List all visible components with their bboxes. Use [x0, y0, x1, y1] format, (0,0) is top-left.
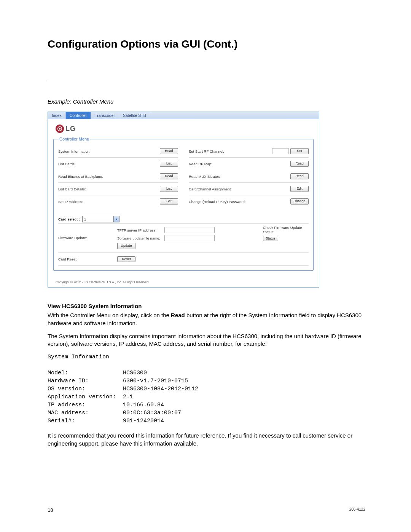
- fieldset-legend: Controller Menu: [58, 137, 90, 141]
- read-mux-bitrates-button[interactable]: Read: [290, 173, 309, 179]
- card-channel-assignment-label: Card/Channel Assignment:: [189, 187, 290, 191]
- firmware-update-button[interactable]: Update: [117, 243, 135, 249]
- set-start-rf-channel-label: Set Start RF Channel:: [189, 149, 272, 153]
- list-card-details-button[interactable]: List: [160, 186, 178, 192]
- read-rf-map-button[interactable]: Read: [290, 161, 309, 167]
- card-select-value: 1: [84, 217, 86, 221]
- tab-index[interactable]: Index: [48, 112, 66, 119]
- system-information-label: System Information:: [58, 149, 160, 153]
- read-bitrates-backplane-label: Read Bitrates at Backplane:: [58, 174, 160, 179]
- left-column: System Information: Read List Cards: Lis…: [58, 145, 178, 208]
- set-start-rf-channel-input[interactable]: [272, 148, 289, 154]
- paragraph-1: With the Controller Menu on display, cli…: [48, 312, 365, 327]
- example-label: Example: Controller Menu: [48, 98, 365, 105]
- document-number: 206-4122: [349, 507, 365, 513]
- check-firmware-status-label-1: Check Firmware Update: [263, 225, 309, 230]
- change-password-label: Change (Reload Pi Key) Password:: [189, 200, 290, 204]
- tftp-server-ip-label: TFTP server IP address:: [117, 228, 162, 232]
- section-heading: View HCS6300 System Information: [48, 303, 365, 309]
- lg-logo-text: LG: [65, 125, 76, 133]
- tab-satellite-stb[interactable]: Satellite STB: [119, 112, 150, 119]
- controller-menu-screenshot: Index Controller Transcoder Satellite ST…: [48, 112, 319, 288]
- tftp-server-ip-input[interactable]: [164, 227, 215, 233]
- card-reset-label: Card Reset:: [58, 257, 117, 261]
- set-ip-address-button[interactable]: Set: [160, 198, 178, 204]
- card-select-label: Card select :: [58, 217, 80, 221]
- check-firmware-status-label-2: Status:: [263, 230, 309, 234]
- chevron-down-icon: ▾: [113, 216, 119, 222]
- paragraph-3: It is recommended that you record this i…: [48, 432, 365, 447]
- card-select-dropdown[interactable]: 1 ▾: [82, 216, 119, 222]
- firmware-status-button[interactable]: Status: [263, 236, 278, 241]
- tab-controller[interactable]: Controller: [66, 112, 91, 119]
- tab-transcoder[interactable]: Transcoder: [91, 112, 119, 119]
- firmware-update-label: Firmware Update:: [58, 225, 117, 251]
- paragraph-2: The System Information display contains …: [48, 332, 365, 348]
- tab-bar: Index Controller Transcoder Satellite ST…: [48, 112, 319, 119]
- para1-pre: With the Controller Menu on display, cli…: [48, 312, 171, 318]
- read-mux-bitrates-label: Read MUX Bitrates:: [189, 174, 290, 179]
- list-card-details-label: List Card Details:: [58, 187, 160, 191]
- divider: [48, 81, 365, 81]
- change-password-button[interactable]: Change: [290, 198, 309, 204]
- read-rf-map-label: Read RF Map:: [189, 162, 290, 166]
- system-information-output: System Information Model: HCS6300 Hardwa…: [48, 353, 365, 425]
- set-ip-address-label: Set IP Address:: [58, 200, 160, 204]
- para1-bold: Read: [171, 312, 185, 318]
- card-reset-button[interactable]: Reset: [117, 256, 135, 262]
- system-information-read-button[interactable]: Read: [160, 148, 178, 154]
- copyright-text: Copyright © 2012 - LG Electronics U.S.A.…: [53, 280, 314, 284]
- set-start-rf-channel-button[interactable]: Set: [290, 148, 309, 154]
- page-title: Configuration Options via GUI (Cont.): [48, 38, 365, 50]
- lg-logo-icon: [56, 125, 64, 133]
- right-column: Set Start RF Channel: Set Read RF Map: R…: [189, 145, 309, 208]
- lg-logo: LG: [53, 125, 314, 133]
- controller-menu-fieldset: Controller Menu System Information: Read…: [53, 137, 314, 271]
- card-channel-assignment-button[interactable]: Edit: [290, 186, 309, 192]
- software-update-file-input[interactable]: [164, 235, 215, 241]
- software-update-file-label: Software update file name:: [117, 236, 162, 240]
- read-bitrates-backplane-button[interactable]: Read: [160, 173, 178, 179]
- list-cards-button[interactable]: List: [160, 161, 178, 167]
- page-number: 18: [48, 507, 53, 513]
- list-cards-label: List Cards:: [58, 162, 160, 166]
